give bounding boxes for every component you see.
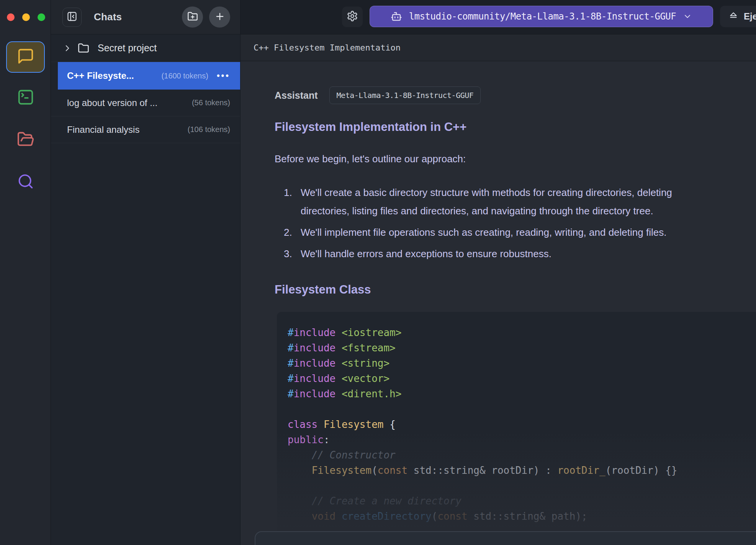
markdown-ordered-list: 1.We'll create a basic directory structu… [275, 183, 756, 263]
chat-item-title: Financial analysis [67, 124, 139, 135]
message-header: Assistant Meta-Llama-3.1-8B-Instruct-GGU… [275, 86, 756, 104]
folder-icon [78, 42, 89, 54]
main-content: lmstudio-community/Meta-Llama-3.1-8B-Ins… [241, 0, 756, 545]
conversation-title-bar: C++ Filesystem Implementation [241, 34, 756, 61]
chat-item-token-count: (56 tokens) [192, 98, 230, 107]
window-minimize-button[interactable] [22, 13, 30, 21]
chevron-down-icon [683, 12, 692, 21]
list-item-number: 3. [284, 245, 292, 263]
next-message-bubble-partial [255, 531, 756, 545]
search-icon [17, 173, 34, 191]
terminal-icon [17, 88, 34, 108]
chat-list-item[interactable]: log about version of ...(56 tokens) [51, 90, 240, 116]
message-model-badge: Meta-Llama-3.1-8B-Instruct-GGUF [329, 86, 481, 104]
model-settings-button[interactable] [342, 7, 363, 27]
chats-panel-title: Chats [94, 11, 122, 23]
collapse-sidebar-button[interactable] [62, 8, 82, 27]
code-block[interactable]: #include <iostream> #include <fstream> #… [277, 312, 756, 539]
list-item-text: We'll create a basic directory structure… [301, 183, 672, 220]
window-controls [7, 13, 45, 21]
message-scroll-area[interactable]: Assistant Meta-Llama-3.1-8B-Instruct-GGU… [241, 86, 756, 539]
eject-label: Eject [744, 11, 756, 22]
markdown-heading-2: Filesystem Class [275, 283, 756, 297]
gear-icon [347, 10, 358, 23]
chat-item-title: log about version of ... [67, 98, 157, 108]
chevron-right-icon [62, 43, 72, 53]
list-item-text: We'll handle errors and exceptions to en… [301, 245, 551, 263]
new-folder-button[interactable] [182, 7, 203, 28]
folder-plus-icon [187, 11, 198, 23]
open-folder-icon [17, 131, 34, 150]
chat-bubble-icon [17, 47, 34, 67]
window-zoom-button[interactable] [38, 13, 45, 21]
message-role: Assistant [275, 90, 318, 101]
chat-list-item[interactable]: Financial analysis(106 tokens) [51, 116, 240, 143]
panel-collapse-icon [67, 11, 77, 23]
markdown-list-item: 3.We'll handle errors and exceptions to … [275, 245, 756, 263]
chat-list-item[interactable]: C++ Filesyste...(1600 tokens)••• [58, 62, 240, 90]
plus-icon [214, 11, 225, 23]
list-item-text: We'll implement file operations such as … [301, 223, 666, 241]
chats-header: Chats [51, 0, 240, 34]
markdown-list-item: 2.We'll implement file operations such a… [275, 223, 756, 241]
app-rail [0, 0, 51, 545]
eject-model-button[interactable]: Eject [720, 6, 756, 27]
chat-list: C++ Filesyste...(1600 tokens)•••log abou… [51, 62, 240, 143]
bot-icon [391, 11, 402, 22]
chat-item-title: C++ Filesyste... [67, 70, 134, 81]
list-item-number: 2. [284, 223, 292, 241]
window-close-button[interactable] [7, 13, 15, 21]
chats-sidebar: Chats Secret project C++ Filesyste...(16… [51, 0, 241, 545]
code-content: #include <iostream> #include <fstream> #… [288, 325, 756, 524]
nav-my-models-button[interactable] [6, 124, 45, 156]
new-chat-button[interactable] [209, 7, 230, 28]
loaded-model-selector[interactable]: lmstudio-community/Meta-Llama-3.1-8B-Ins… [370, 6, 713, 27]
nav-developer-button[interactable] [6, 82, 45, 114]
markdown-list-item: 1.We'll create a basic directory structu… [275, 183, 756, 220]
chat-item-token-count: (106 tokens) [188, 125, 230, 134]
list-item-number: 1. [284, 183, 292, 202]
markdown-paragraph: Before we begin, let's outline our appro… [275, 153, 756, 165]
chat-item-token-count: (1600 tokens) [162, 72, 208, 80]
folder-name: Secret project [98, 42, 157, 54]
conversation-title: C++ Filesystem Implementation [254, 43, 401, 52]
top-command-bar: lmstudio-community/Meta-Llama-3.1-8B-Ins… [241, 0, 756, 34]
chat-item-menu-ellipsis-icon[interactable]: ••• [217, 71, 230, 81]
nav-chat-button[interactable] [6, 41, 45, 73]
loaded-model-name: lmstudio-community/Meta-Llama-3.1-8B-Ins… [409, 11, 676, 22]
markdown-heading-1: Filesystem Implementation in C++ [275, 120, 756, 134]
eject-icon [728, 11, 738, 22]
nav-discover-button[interactable] [6, 166, 45, 198]
chat-folder-secret-project[interactable]: Secret project [51, 34, 240, 62]
